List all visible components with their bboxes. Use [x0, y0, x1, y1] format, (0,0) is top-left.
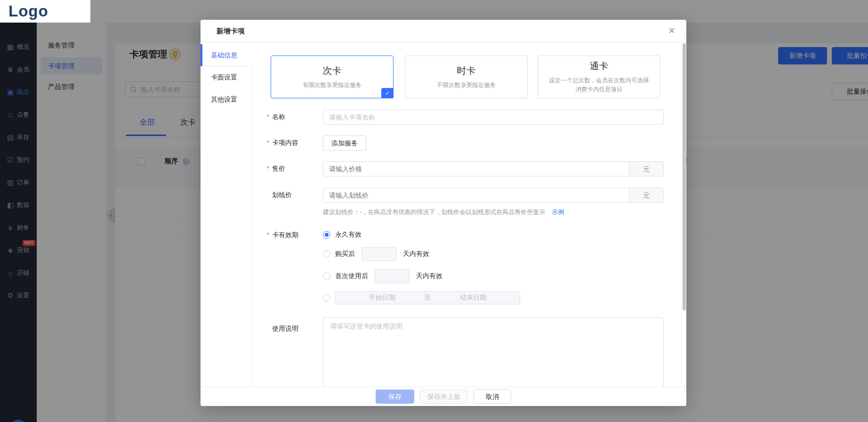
modal-tab-other-settings[interactable]: 其他设置	[201, 88, 252, 111]
card-type-desc: 设定一个总次数，会员在次数内可选择消费卡内任意项目	[547, 76, 651, 94]
line-price-hint: 建议划线价：-，在商品没有优惠的情况下，划线价会以划线形式在商品售价旁显示示例	[323, 208, 564, 216]
cancel-button[interactable]: 取消	[474, 390, 511, 404]
validity-option-after-first-use: 首次使用后 天内有效	[323, 269, 442, 283]
save-button[interactable]: 保存	[376, 390, 414, 404]
radio-after-first-use[interactable]	[323, 272, 330, 280]
validity-field-label: 卡有效期	[272, 231, 298, 239]
modal-title: 新增卡项	[217, 27, 245, 36]
radio-prefix: 首次使用后	[335, 272, 368, 280]
modal-tab-list: 基础信息 卡面设置 其他设置	[201, 42, 252, 387]
line-price-input-group: 元	[323, 188, 664, 203]
after-purchase-days-input[interactable]	[362, 247, 396, 261]
price-field-label: 售价	[272, 165, 285, 173]
radio-suffix: 天内有效	[403, 250, 429, 258]
logo-block: Logo	[0, 0, 90, 23]
radio-suffix: 天内有效	[416, 272, 442, 280]
save-and-publish-button[interactable]: 保存并上架	[420, 390, 468, 404]
modal-footer: 保存 保存并上架 取消	[201, 387, 686, 406]
required-asterisk: *	[267, 139, 269, 146]
modal-header: 新增卡项 ×	[201, 20, 686, 42]
modal-scrollbar-thumb[interactable]	[683, 43, 686, 311]
hint-text: 建议划线价：-，在商品没有优惠的情况下，划线价会以划线形式在商品售价旁显示	[323, 208, 545, 215]
selected-check-icon: ✓	[381, 88, 394, 98]
required-asterisk: *	[267, 165, 269, 172]
required-asterisk: *	[267, 231, 269, 239]
validity-option-permanent: 永久有效	[323, 231, 362, 239]
price-unit-suffix: 元	[629, 162, 663, 176]
card-type-count-card[interactable]: 次卡 有限次数享受指定服务 ✓	[271, 56, 394, 98]
card-type-desc: 有限次数享受指定服务	[303, 81, 362, 90]
modal-body: 基础信息 卡面设置 其他设置 次卡 有限次数享受指定服务 ✓ 时卡 不限次数享受…	[201, 42, 686, 387]
add-card-modal: 新增卡项 × 基础信息 卡面设置 其他设置 次卡 有限次数享受指定服务 ✓ 时卡…	[201, 20, 686, 406]
app-logo: Logo	[8, 2, 48, 20]
card-type-name: 时卡	[457, 64, 476, 77]
instructions-textarea[interactable]	[323, 317, 664, 387]
price-input-group: 元	[323, 161, 664, 176]
radio-permanent[interactable]	[323, 231, 330, 239]
app-root: ▦ 概况 ♛ 会员 ▣ 商品 ♨ 点餐 ▤ 库存 ☑ 预约 ▥ 订单 ◧ 数据	[0, 0, 868, 422]
line-price-input[interactable]	[323, 188, 629, 202]
example-link[interactable]: 示例	[552, 208, 564, 215]
radio-after-purchase[interactable]	[323, 250, 330, 258]
validity-option-after-purchase: 购买后 天内有效	[323, 247, 429, 261]
date-range-picker[interactable]: 开始日期 至 结束日期	[335, 291, 520, 304]
radio-label: 永久有效	[335, 231, 362, 239]
radio-prefix: 购买后	[335, 250, 355, 258]
end-date-placeholder: 结束日期	[460, 294, 486, 302]
card-type-desc: 不限次数享受指定服务	[437, 81, 496, 90]
card-type-name: 次卡	[323, 64, 342, 77]
instructions-field-label: 使用说明	[272, 325, 298, 333]
line-price-unit-suffix: 元	[629, 188, 663, 202]
card-type-name: 通卡	[590, 60, 609, 72]
date-range-to: 至	[424, 294, 431, 302]
start-date-placeholder: 开始日期	[369, 294, 395, 302]
validity-option-date-range: 开始日期 至 结束日期	[323, 291, 520, 304]
first-use-days-input[interactable]	[375, 269, 410, 283]
close-icon[interactable]: ×	[668, 24, 675, 37]
content-field-label: 卡项内容	[272, 139, 298, 147]
modal-tab-basic-info[interactable]: 基础信息	[201, 44, 252, 66]
name-field-label: 名称	[272, 113, 285, 121]
line-price-field-label: 划线价	[272, 191, 292, 199]
card-name-input[interactable]	[323, 110, 664, 125]
card-type-time-card[interactable]: 时卡 不限次数享受指定服务	[405, 56, 528, 98]
required-asterisk: *	[267, 113, 269, 120]
price-input[interactable]	[323, 162, 629, 176]
radio-date-range[interactable]	[323, 294, 330, 302]
add-service-button[interactable]: 添加服务	[323, 135, 366, 151]
card-type-universal-card[interactable]: 通卡 设定一个总次数，会员在次数内可选择消费卡内任意项目	[538, 56, 660, 98]
modal-tab-card-face[interactable]: 卡面设置	[201, 66, 252, 88]
